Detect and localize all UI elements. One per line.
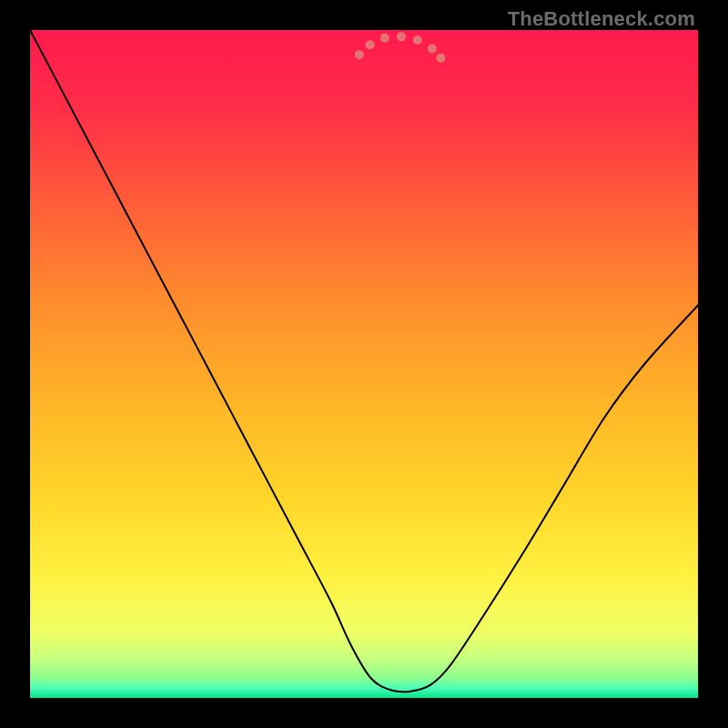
plot-area	[30, 30, 698, 698]
valley-marker	[436, 54, 445, 63]
valley-marker	[413, 35, 422, 45]
chart-container: TheBottleneck.com	[0, 0, 728, 728]
valley-marker	[366, 40, 375, 49]
valley-marker	[428, 45, 437, 54]
valley-marker	[397, 32, 406, 41]
valley-marker	[380, 34, 389, 43]
valley-marker	[355, 50, 364, 59]
watermark-text: TheBottleneck.com	[508, 7, 695, 31]
bottleneck-curve	[30, 30, 698, 698]
